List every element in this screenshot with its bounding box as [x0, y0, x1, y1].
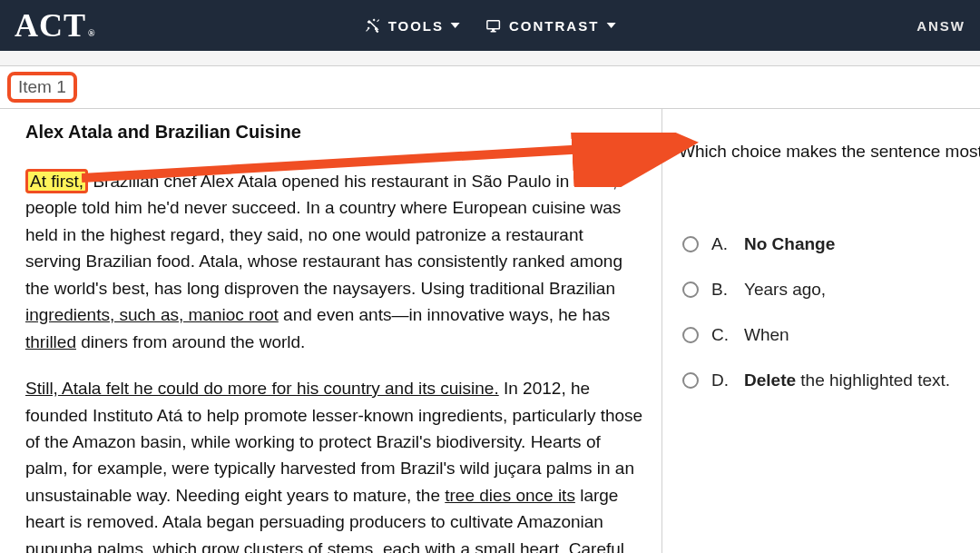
tools-icon	[365, 17, 381, 34]
caret-down-icon	[606, 23, 615, 28]
underline-3[interactable]: Still, Atala felt he could do more for h…	[25, 379, 499, 398]
choice-d[interactable]: D. Delete the highlighted text.	[682, 370, 980, 390]
monitor-icon	[485, 17, 502, 34]
item-bar: Item 1	[0, 65, 980, 109]
radio-icon	[682, 327, 699, 343]
question-pane: Which choice makes the sentence most gra…	[662, 109, 980, 553]
underline-2[interactable]: thrilled	[25, 332, 76, 351]
top-bar: ACT® TOOLS CONTRAST ANSW	[0, 0, 980, 51]
radio-icon	[682, 372, 699, 389]
answer-button-partial[interactable]: ANSW	[916, 18, 965, 34]
item-label: Item 1	[7, 72, 77, 103]
underline-4[interactable]: tree dies once its	[445, 486, 575, 505]
highlighted-text[interactable]: At first,	[25, 169, 88, 193]
tools-dropdown[interactable]: TOOLS	[365, 17, 460, 34]
choice-b[interactable]: B. Years ago,	[682, 280, 980, 300]
question-stem: Which choice makes the sentence most gra…	[679, 142, 980, 162]
choice-letter: D.	[711, 370, 731, 390]
choice-letter: A.	[711, 234, 731, 254]
answer-choices: A. No Change B. Years ago, C. When D. De…	[679, 234, 980, 390]
p1-text-a: Brazilian chef Alex Atala opened his res…	[25, 172, 622, 298]
choice-text: Years ago,	[744, 280, 826, 300]
choice-a[interactable]: A. No Change	[682, 234, 980, 254]
paragraph-1: At first, Brazilian chef Alex Atala open…	[25, 168, 643, 355]
passage-pane: Alex Atala and Brazilian Cuisine At firs…	[0, 109, 662, 553]
paragraph-2: Still, Atala felt he could do more for h…	[25, 375, 643, 553]
choice-c[interactable]: C. When	[682, 325, 980, 345]
choice-text: When	[744, 325, 789, 345]
caret-down-icon	[451, 23, 460, 28]
choice-text: No Change	[744, 234, 835, 254]
choice-text: Delete the highlighted text.	[744, 370, 950, 390]
underline-1[interactable]: ingredients, such as, manioc root	[25, 305, 279, 324]
radio-icon	[682, 281, 699, 298]
passage-title: Alex Atala and Brazilian Cuisine	[25, 122, 643, 152]
radio-icon	[682, 236, 699, 252]
p1-text-b: and even ants—in innovative ways, he has	[279, 305, 610, 324]
tools-label: TOOLS	[388, 18, 444, 34]
choice-letter: C.	[711, 325, 731, 345]
act-logo: ACT®	[15, 6, 96, 44]
p1-text-c: diners from around the world.	[76, 332, 305, 351]
topbar-center: TOOLS CONTRAST	[365, 17, 616, 34]
contrast-dropdown[interactable]: CONTRAST	[485, 17, 615, 34]
content-area: Alex Atala and Brazilian Cuisine At firs…	[0, 109, 980, 553]
choice-letter: B.	[711, 280, 731, 300]
contrast-label: CONTRAST	[509, 18, 599, 34]
